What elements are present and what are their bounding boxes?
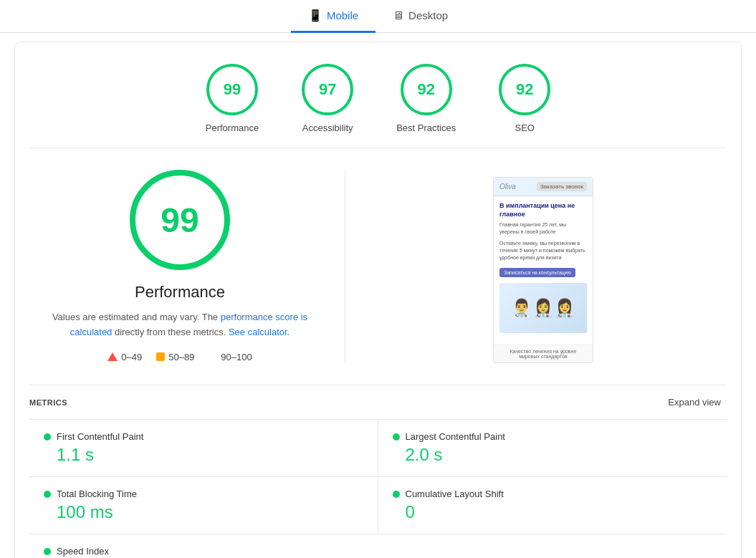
big-score-value: 99 — [161, 201, 198, 240]
perf-desc: Values are estimated and may vary. The p… — [44, 310, 316, 340]
legend-avg-label: 50–89 — [168, 352, 194, 362]
metrics-section: METRICS Expand view First Contentful Pai… — [15, 385, 741, 558]
doctors-image: 👨‍⚕️👩‍⚕️👩‍⚕️ — [511, 298, 575, 318]
page-wrapper: 📱 Mobile 🖥 Desktop 99 Performance 97 Acc… — [0, 0, 756, 558]
big-score-circle: 99 — [130, 170, 230, 270]
score-label-seo: SEO — [515, 122, 535, 133]
main-container: 99 Performance 97 Accessibility 92 Best … — [14, 42, 742, 558]
metric-lcp-value: 2.0 s — [393, 445, 713, 465]
metric-fcp: First Contentful Paint 1.1 s — [29, 420, 378, 477]
legend-item-bad: 0–49 — [107, 352, 142, 362]
desktop-icon: 🖥 — [393, 9, 404, 22]
tab-mobile-label: Mobile — [327, 9, 358, 21]
metric-si-dot — [44, 548, 51, 555]
score-circle-best-practices: 92 — [401, 64, 452, 115]
metric-lcp-dot — [393, 433, 400, 441]
legend-bad-label: 0–49 — [121, 352, 142, 362]
perf-right: Oliva Заказать звонок В имплантации цена… — [374, 170, 712, 363]
metric-fcp-value: 1.1 s — [44, 445, 363, 465]
metrics-header: METRICS Expand view — [29, 385, 727, 419]
metric-cls-dot — [393, 491, 400, 498]
score-seo: 92 SEO — [499, 64, 550, 133]
preview-footer: Качество лечения на уровне мировых станд… — [494, 345, 593, 362]
preview-call-btn: Заказать звонок — [537, 182, 587, 191]
metrics-grid: First Contentful Paint 1.1 s Largest Con… — [29, 419, 727, 558]
metric-tbt-name: Total Blocking Time — [57, 489, 137, 499]
metric-fcp-dot — [44, 433, 51, 441]
preview-cta: Записаться на консультацию — [499, 268, 575, 277]
metric-fcp-name-row: First Contentful Paint — [44, 431, 363, 442]
metric-cls-name-row: Cumulative Layout Shift — [393, 489, 713, 499]
metric-fcp-name: First Contentful Paint — [57, 431, 143, 442]
metric-lcp: Largest Contentful Paint 2.0 s — [378, 420, 727, 477]
score-label-performance: Performance — [206, 122, 259, 133]
metric-cls-name: Cumulative Layout Shift — [406, 489, 504, 499]
score-best-practices: 92 Best Practices — [396, 64, 456, 133]
preview-headline: В имплантации цена не главное — [499, 202, 587, 218]
square-icon — [156, 352, 165, 361]
site-preview: Oliva Заказать звонок В имплантации цена… — [493, 177, 593, 363]
tab-mobile[interactable]: 📱 Mobile — [291, 0, 375, 33]
score-label-best-practices: Best Practices — [396, 122, 456, 133]
perf-title: Performance — [135, 283, 225, 302]
legend: 0–49 50–89 90–100 — [107, 352, 252, 362]
metric-tbt: Total Blocking Time 100 ms — [29, 477, 378, 534]
metric-tbt-dot — [44, 491, 51, 498]
score-circle-seo: 92 — [499, 64, 550, 115]
preview-header: Oliva Заказать звонок — [494, 178, 593, 196]
circle-icon — [209, 352, 217, 361]
desc-middle: directly from these metrics. — [115, 327, 226, 337]
tab-desktop-label: Desktop — [408, 9, 448, 21]
score-performance: 99 Performance — [206, 64, 259, 133]
score-circle-performance: 99 — [206, 64, 258, 115]
metric-tbt-name-row: Total Blocking Time — [44, 489, 363, 499]
metric-cls-value: 0 — [393, 502, 713, 522]
legend-item-good: 90–100 — [209, 352, 252, 362]
perf-section: 99 Performance Values are estimated and … — [15, 148, 741, 385]
scores-row: 99 Performance 97 Accessibility 92 Best … — [15, 42, 741, 148]
metric-cls: Cumulative Layout Shift 0 — [378, 477, 727, 534]
metric-si-name-row: Speed Index — [44, 546, 364, 557]
calc-link[interactable]: See calculator. — [229, 327, 290, 337]
metric-lcp-name: Largest Contentful Paint — [406, 431, 505, 442]
desc-text: Values are estimated and may vary. The — [52, 312, 218, 322]
score-circle-accessibility: 97 — [302, 64, 353, 115]
metric-si-name: Speed Index — [57, 546, 109, 557]
metric-si: Speed Index 1.6 s — [29, 534, 378, 558]
vertical-divider — [345, 170, 345, 363]
preview-image-area: 👨‍⚕️👩‍⚕️👩‍⚕️ — [499, 283, 587, 333]
metrics-title: METRICS — [29, 398, 67, 407]
preview-logo: Oliva — [499, 183, 516, 191]
score-label-accessibility: Accessibility — [302, 122, 353, 133]
preview-subtext1: Главная гарантия 25 лет, мы уверены в св… — [499, 221, 587, 236]
legend-item-avg: 50–89 — [156, 352, 194, 362]
tabs-bar: 📱 Mobile 🖥 Desktop — [0, 0, 756, 33]
legend-good-label: 90–100 — [221, 352, 252, 362]
tab-desktop[interactable]: 🖥 Desktop — [375, 0, 465, 33]
perf-left: 99 Performance Values are estimated and … — [44, 170, 316, 362]
score-accessibility: 97 Accessibility — [302, 64, 353, 133]
metric-lcp-name-row: Largest Contentful Paint — [393, 431, 713, 442]
metric-tbt-value: 100 ms — [44, 502, 363, 522]
triangle-icon — [107, 352, 118, 361]
expand-view-button[interactable]: Expand view — [662, 394, 727, 410]
preview-body: В имплантации цена не главное Главная га… — [494, 196, 593, 345]
mobile-icon: 📱 — [308, 9, 322, 22]
preview-subtext2: Оставьте заявку, мы перезвоним в течение… — [499, 240, 587, 261]
